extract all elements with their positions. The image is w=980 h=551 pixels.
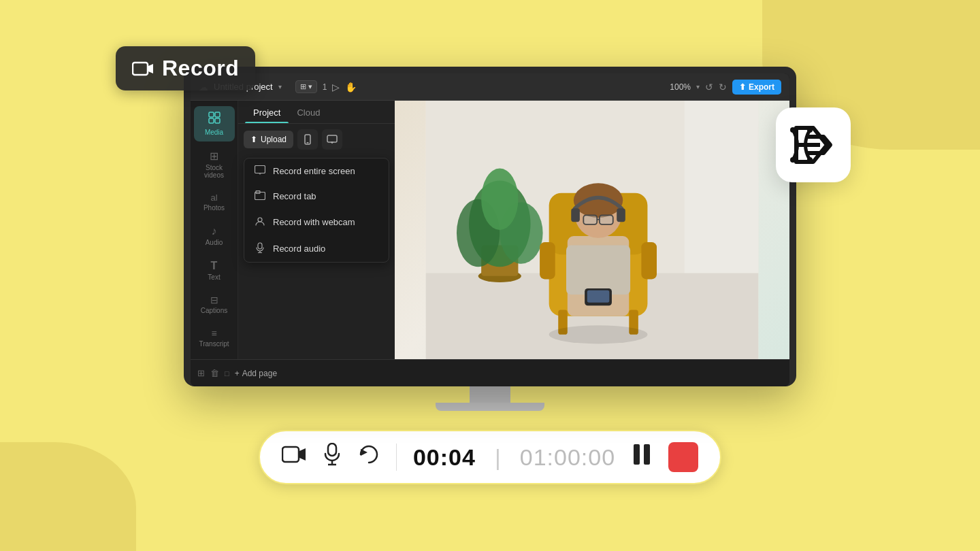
record-audio-item[interactable]: Record audio bbox=[244, 235, 389, 262]
sidebar-item-photos[interactable]: al Photos bbox=[194, 187, 235, 217]
sidebar-media-label: Media bbox=[205, 129, 223, 136]
svg-rect-8 bbox=[215, 112, 220, 117]
captions-icon: ⊟ bbox=[210, 295, 218, 305]
add-page-button[interactable]: + Add page bbox=[235, 369, 277, 378]
svg-rect-12 bbox=[307, 142, 309, 144]
svg-rect-50 bbox=[566, 246, 630, 295]
svg-rect-0 bbox=[133, 63, 148, 75]
undo-button[interactable]: ↺ bbox=[705, 82, 713, 93]
mic-icon bbox=[254, 242, 266, 255]
restart-icon[interactable] bbox=[358, 444, 380, 471]
svg-rect-45 bbox=[583, 215, 597, 224]
tab-cloud[interactable]: Cloud bbox=[289, 101, 328, 123]
sidebar-audio-label: Audio bbox=[206, 239, 223, 246]
screen-icon bbox=[254, 165, 266, 177]
add-page-icon: + bbox=[235, 369, 240, 378]
page-number: 1 bbox=[323, 82, 327, 92]
record-tab-label: Record tab bbox=[273, 191, 316, 201]
svg-rect-16 bbox=[255, 166, 265, 173]
mic-toggle-icon[interactable] bbox=[323, 443, 342, 471]
sidebar-transcript-label: Transcript bbox=[199, 340, 229, 348]
stand-neck bbox=[470, 386, 510, 403]
page-icon: □ bbox=[225, 369, 229, 378]
app-header: ☁ Untitled project ▾ ⊞ ▾ 1 ▷ ✋ 100% ▾ ↺ bbox=[191, 73, 789, 101]
panel-actions: ⬆ Upload bbox=[238, 124, 395, 155]
svg-rect-61 bbox=[644, 444, 650, 465]
svg-point-4 bbox=[790, 157, 796, 163]
add-page-label: Add page bbox=[242, 369, 277, 378]
record-label: Record bbox=[162, 56, 239, 81]
capcut-logo-container bbox=[776, 107, 851, 182]
export-button[interactable]: ⬆ Export bbox=[732, 80, 781, 95]
svg-rect-52 bbox=[587, 290, 610, 303]
media-panel: Project Cloud ⬆ Upload bbox=[238, 101, 395, 359]
svg-rect-10 bbox=[215, 118, 220, 123]
monitor-stand bbox=[184, 386, 796, 411]
record-webcam-item[interactable]: Record with webcam bbox=[244, 209, 389, 235]
svg-point-34 bbox=[481, 169, 518, 230]
stand-base bbox=[436, 403, 544, 411]
upload-icon: ⬆ bbox=[250, 135, 257, 144]
sidebar-item-media[interactable]: Media bbox=[194, 106, 235, 141]
sidebar: Media ⊞ Stock videos al Photos ♪ Audio bbox=[191, 101, 238, 359]
sidebar-item-stock[interactable]: ⊞ Stock videos bbox=[194, 144, 235, 184]
record-tab-item[interactable]: Record tab bbox=[244, 184, 389, 209]
sidebar-text-label: Text bbox=[208, 273, 220, 281]
bottom-bar: ⊞ 🗑 □ + Add page bbox=[191, 359, 789, 386]
redo-button[interactable]: ↻ bbox=[719, 82, 727, 93]
stop-button[interactable] bbox=[668, 442, 698, 472]
audio-icon: ♪ bbox=[212, 225, 217, 237]
play-icon[interactable]: ▷ bbox=[332, 82, 340, 93]
svg-rect-9 bbox=[209, 118, 214, 123]
camera-toggle-icon[interactable] bbox=[282, 444, 306, 470]
svg-point-3 bbox=[790, 127, 796, 133]
media-icon bbox=[208, 112, 220, 127]
export-label: Export bbox=[749, 82, 774, 92]
canvas-preview bbox=[395, 101, 789, 359]
svg-rect-60 bbox=[634, 444, 640, 465]
svg-marker-59 bbox=[361, 449, 368, 456]
sidebar-item-captions[interactable]: ⊟ Captions bbox=[194, 289, 235, 320]
photos-icon: al bbox=[210, 193, 217, 203]
delete-page-icon[interactable]: 🗑 bbox=[210, 368, 219, 378]
mobile-record-button[interactable] bbox=[297, 129, 318, 150]
copy-page-icon[interactable]: ⊞ bbox=[197, 368, 205, 378]
monitor-screen: ☁ Untitled project ▾ ⊞ ▾ 1 ▷ ✋ 100% ▾ ↺ bbox=[191, 73, 789, 386]
sidebar-item-text[interactable]: T Text bbox=[194, 254, 235, 286]
sidebar-photos-label: Photos bbox=[203, 204, 225, 212]
app-body: Media ⊞ Stock videos al Photos ♪ Audio bbox=[191, 101, 789, 359]
text-icon: T bbox=[211, 260, 218, 272]
tab-project[interactable]: Project bbox=[245, 101, 289, 123]
canvas-area bbox=[395, 101, 789, 359]
pause-button[interactable] bbox=[632, 443, 652, 471]
hand-icon[interactable]: ✋ bbox=[345, 82, 357, 93]
recording-time-divider: | bbox=[495, 444, 501, 471]
record-dropdown: Record entire screen Record tab bbox=[244, 158, 389, 263]
svg-point-21 bbox=[258, 218, 262, 222]
svg-rect-28 bbox=[685, 101, 759, 273]
tab-icon bbox=[254, 190, 266, 202]
toolbar-divider bbox=[396, 444, 397, 471]
svg-rect-54 bbox=[282, 447, 299, 462]
svg-rect-46 bbox=[600, 215, 613, 224]
project-name-chevron: ▾ bbox=[278, 83, 282, 90]
svg-rect-39 bbox=[540, 242, 555, 279]
sidebar-item-transcript[interactable]: ≡ Transcript bbox=[194, 322, 235, 353]
record-webcam-label: Record with webcam bbox=[273, 217, 355, 227]
upload-label: Upload bbox=[261, 135, 287, 144]
svg-marker-55 bbox=[299, 448, 306, 461]
record-audio-label: Record audio bbox=[273, 244, 325, 254]
screen-record-button[interactable] bbox=[322, 129, 342, 150]
upload-button[interactable]: ⬆ Upload bbox=[244, 131, 293, 148]
svg-point-53 bbox=[549, 325, 648, 344]
record-entire-screen-item[interactable]: Record entire screen bbox=[244, 158, 389, 184]
camera-icon bbox=[132, 59, 154, 78]
recording-time-total: 01:00:00 bbox=[520, 444, 615, 471]
svg-point-6 bbox=[807, 157, 813, 163]
svg-rect-49 bbox=[617, 208, 625, 222]
zoom-label[interactable]: 100% bbox=[670, 82, 691, 92]
sidebar-item-audio[interactable]: ♪ Audio bbox=[194, 220, 235, 252]
stock-videos-icon: ⊞ bbox=[210, 150, 218, 163]
layout-button[interactable]: ⊞ ▾ bbox=[295, 80, 317, 93]
recording-time-current: 00:04 bbox=[413, 444, 476, 471]
